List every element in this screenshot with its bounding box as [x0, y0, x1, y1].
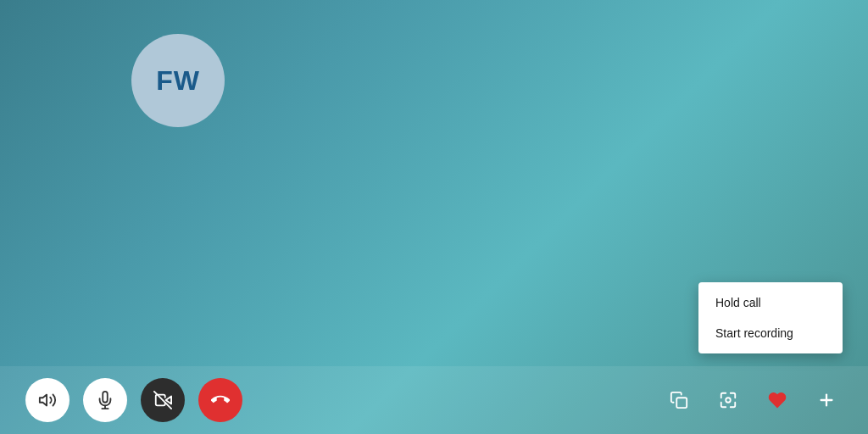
plus-icon — [817, 391, 836, 409]
avatar: FW — [131, 34, 225, 127]
focus-icon — [719, 391, 737, 409]
speaker-icon — [38, 391, 57, 409]
copy-icon — [670, 391, 688, 409]
avatar-container: FW — [131, 34, 225, 127]
more-button[interactable] — [810, 384, 843, 416]
start-recording-menu-item[interactable]: Start recording — [698, 318, 843, 348]
speaker-button[interactable] — [25, 378, 70, 422]
svg-marker-4 — [166, 396, 171, 403]
hold-call-menu-item[interactable]: Hold call — [698, 287, 843, 318]
left-controls — [25, 378, 242, 422]
svg-marker-0 — [40, 395, 47, 406]
svg-point-6 — [726, 398, 731, 403]
focus-button[interactable] — [712, 384, 744, 416]
video-button[interactable] — [141, 378, 185, 422]
copy-button[interactable] — [663, 384, 695, 416]
avatar-initials: FW — [156, 65, 200, 97]
video-off-icon — [153, 391, 172, 409]
heart-icon — [768, 391, 787, 409]
mic-button[interactable] — [83, 378, 127, 422]
hangup-button[interactable] — [198, 378, 242, 422]
context-menu: Hold call Start recording — [698, 282, 843, 353]
bottom-toolbar — [0, 366, 868, 434]
hangup-icon — [211, 391, 230, 409]
react-button[interactable] — [761, 384, 793, 416]
mic-icon — [96, 391, 114, 409]
svg-rect-5 — [676, 398, 687, 408]
right-controls — [663, 384, 843, 416]
